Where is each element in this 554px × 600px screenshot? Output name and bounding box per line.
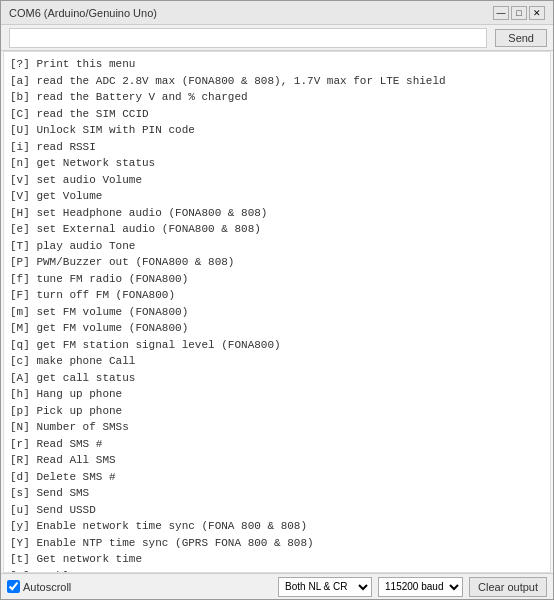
status-bar: Autoscroll Both NL & CR No line ending N… bbox=[1, 573, 553, 599]
serial-input[interactable] bbox=[9, 28, 487, 48]
clear-output-button[interactable]: Clear output bbox=[469, 577, 547, 597]
window-title: COM6 (Arduino/Genuino Uno) bbox=[9, 7, 157, 19]
serial-monitor-output: [?] Print this menu [a] read the ADC 2.8… bbox=[3, 51, 551, 573]
minimize-button[interactable]: — bbox=[493, 6, 509, 20]
autoscroll-label[interactable]: Autoscroll bbox=[7, 580, 71, 593]
title-bar: COM6 (Arduino/Genuino Uno) — □ ✕ bbox=[1, 1, 553, 25]
window-controls: — □ ✕ bbox=[493, 6, 545, 20]
close-button[interactable]: ✕ bbox=[529, 6, 545, 20]
maximize-button[interactable]: □ bbox=[511, 6, 527, 20]
toolbar: Send bbox=[1, 25, 553, 51]
main-window: COM6 (Arduino/Genuino Uno) — □ ✕ Send [?… bbox=[0, 0, 554, 600]
autoscroll-text: Autoscroll bbox=[23, 581, 71, 593]
autoscroll-checkbox[interactable] bbox=[7, 580, 20, 593]
line-ending-select[interactable]: Both NL & CR No line ending Newline Carr… bbox=[278, 577, 372, 597]
baud-rate-select[interactable]: 115200 baud 300 baud 9600 baud 57600 bau… bbox=[378, 577, 463, 597]
serial-text: [?] Print this menu [a] read the ADC 2.8… bbox=[10, 56, 544, 573]
send-button[interactable]: Send bbox=[495, 29, 547, 47]
